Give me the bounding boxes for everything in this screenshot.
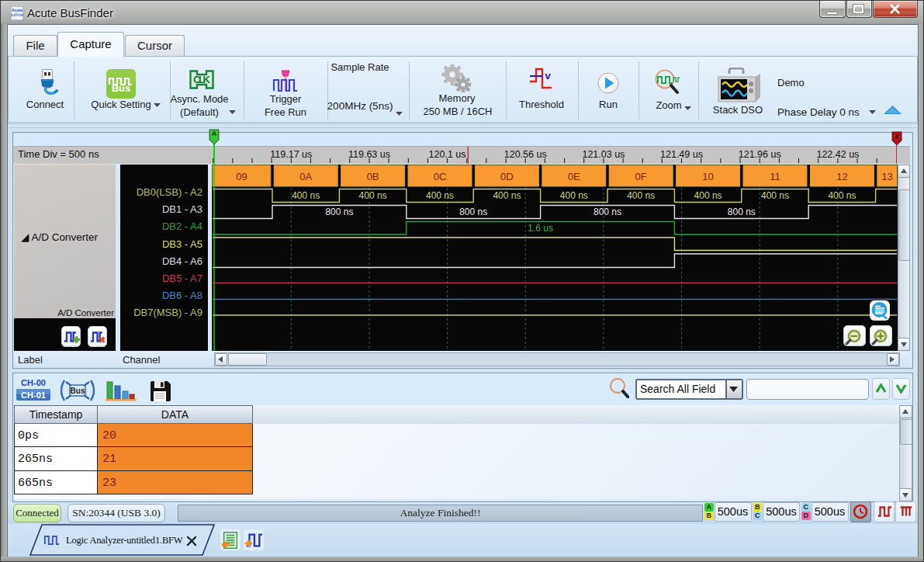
svg-text:400 ns: 400 ns (560, 190, 588, 201)
svg-text:0F: 0F (635, 171, 647, 182)
svg-text:Bus: Bus (112, 82, 131, 94)
svg-text:121.49 us: 121.49 us (660, 149, 703, 160)
svg-text:CH-01: CH-01 (21, 390, 46, 400)
svg-text:11: 11 (770, 171, 780, 182)
svg-text:09: 09 (236, 171, 247, 182)
svg-text:400 ns: 400 ns (828, 190, 856, 201)
svg-text:13: 13 (881, 171, 892, 182)
svg-text:800 ns: 800 ns (325, 206, 353, 217)
svg-text:1.6 us: 1.6 us (528, 223, 553, 234)
svg-text:A: A (212, 130, 217, 137)
svg-text:400 ns: 400 ns (627, 190, 655, 201)
svg-text:0A: 0A (299, 171, 312, 182)
svg-text:12: 12 (836, 171, 847, 182)
svg-text:Bus: Bus (71, 387, 85, 395)
svg-text:0D: 0D (500, 171, 514, 182)
svg-text:400 ns: 400 ns (292, 190, 320, 201)
svg-text:800 ns: 800 ns (594, 206, 621, 217)
svg-text:400 ns: 400 ns (694, 190, 722, 201)
svg-text:119.17 us: 119.17 us (270, 149, 312, 160)
svg-text:121.96 us: 121.96 us (739, 149, 781, 160)
svg-text:400 ns: 400 ns (493, 190, 521, 201)
svg-text:119.63 us: 119.63 us (348, 149, 390, 160)
svg-text:400 ns: 400 ns (426, 190, 454, 201)
svg-text:121.03 us: 121.03 us (582, 149, 625, 160)
svg-text:800 ns: 800 ns (728, 206, 756, 217)
svg-text:T: T (895, 133, 899, 140)
svg-text:0E: 0E (568, 171, 580, 182)
svg-text:Acute: Acute (12, 8, 22, 12)
svg-text:0B: 0B (367, 171, 379, 182)
svg-text:122.42 us: 122.42 us (816, 149, 859, 160)
svg-text:BusFinder: BusFinder (11, 13, 23, 17)
svg-text:CLK: CLK (193, 74, 211, 85)
svg-text:0C: 0C (434, 171, 447, 182)
svg-text:120.56 us: 120.56 us (504, 149, 547, 160)
svg-text:400 ns: 400 ns (359, 190, 387, 201)
svg-text:v: v (545, 70, 551, 82)
svg-text:120.1 us: 120.1 us (429, 149, 466, 160)
svg-text:10: 10 (702, 171, 713, 182)
svg-text:800 ns: 800 ns (459, 206, 487, 217)
svg-text:400 ns: 400 ns (761, 190, 789, 201)
svg-text:CH-00: CH-00 (21, 379, 46, 387)
